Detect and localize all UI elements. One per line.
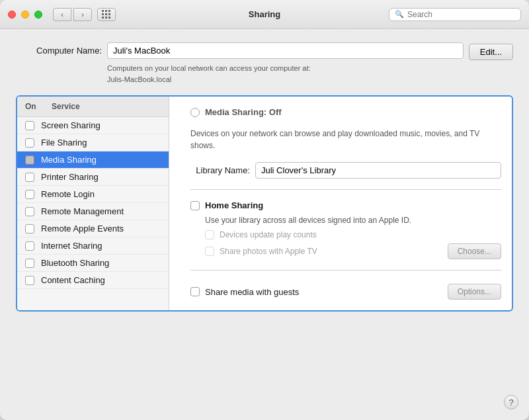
library-input[interactable] [255,162,501,179]
screen-sharing-label: Screen Sharing [41,120,101,130]
sidebar-header: On Service [17,97,169,117]
sidebar: On Service Screen Sharing File Sharing [17,97,169,310]
choose-button[interactable]: Choose... [448,243,501,259]
window: ‹ › Sharing 🔍 Computer Name: [0,0,529,420]
sidebar-item-remote-apple-events[interactable]: Remote Apple Events [17,220,169,237]
home-sharing-checkbox[interactable] [190,201,200,210]
sidebar-items: Screen Sharing File Sharing Media Sharin… [17,117,169,310]
right-panel: Media Sharing: Off Devices on your netwo… [180,97,512,310]
back-button[interactable]: ‹ [53,8,71,21]
divider-2 [190,270,501,271]
content-caching-label: Content Caching [41,275,105,285]
sidebar-item-internet-sharing[interactable]: Internet Sharing [17,237,169,255]
remote-management-checkbox[interactable] [25,207,34,216]
search-icon: 🔍 [395,10,404,19]
search-input[interactable] [407,10,515,19]
content-caching-checkbox[interactable] [25,276,34,285]
grid-view-button[interactable] [97,8,116,21]
sidebar-item-content-caching[interactable]: Content Caching [17,272,169,289]
minimize-button[interactable] [21,11,29,19]
network-info: Computers on your local network can acce… [107,63,464,85]
content-area: Computer Name: Computers on your local n… [0,29,529,325]
file-sharing-label: File Sharing [41,138,87,147]
home-sharing-desc: Use your library across all devices sign… [205,216,501,225]
sidebar-item-remote-login[interactable]: Remote Login [17,186,169,203]
share-photos-label: Share photos with Apple TV [220,247,317,256]
home-sharing-title-row: Home Sharing [190,200,501,210]
grid-icon [102,10,111,19]
media-sharing-radio[interactable] [190,108,200,117]
printer-sharing-label: Printer Sharing [41,172,99,182]
media-sharing-desc: Devices on your network can browse and p… [190,128,501,151]
computer-name-label: Computer Name: [36,42,102,56]
library-label: Library Name: [190,165,250,175]
computer-name-row: Computer Name: Computers on your local n… [16,42,513,85]
library-row: Library Name: [190,162,501,179]
nav-buttons: ‹ › [53,8,92,21]
traffic-lights [8,11,42,19]
sidebar-item-media-sharing[interactable]: Media Sharing [17,151,169,169]
media-sharing-title: Media Sharing: Off [205,107,282,117]
remote-apple-events-checkbox[interactable] [25,224,34,233]
screen-sharing-checkbox[interactable] [25,121,34,130]
share-media-row: Share media with guests Options... [190,284,501,300]
devices-update-checkbox[interactable] [205,230,214,239]
window-title: Sharing [249,9,280,19]
share-media-checkbox[interactable] [190,287,200,296]
search-bar[interactable]: 🔍 [389,8,521,21]
printer-sharing-checkbox[interactable] [25,173,34,182]
sidebar-item-printer-sharing[interactable]: Printer Sharing [17,169,169,186]
sidebar-item-file-sharing[interactable]: File Sharing [17,134,169,151]
share-media-label: Share media with guests [205,287,299,297]
edit-button[interactable]: Edit... [469,44,513,60]
titlebar: ‹ › Sharing 🔍 [0,0,529,29]
computer-name-input[interactable] [107,42,464,59]
home-sharing-section: Home Sharing Use your library across all… [190,200,501,259]
home-sharing-options: Devices update play counts Share photos … [205,230,501,259]
close-button[interactable] [8,11,16,19]
share-photos-checkbox[interactable] [205,247,214,256]
share-photos-row: Share photos with Apple TV Choose... [205,243,501,259]
media-sharing-label: Media Sharing [41,155,97,165]
remote-management-label: Remote Management [41,206,124,216]
home-sharing-title: Home Sharing [205,200,263,210]
sidebar-col-service: Service [52,102,80,111]
bluetooth-sharing-label: Bluetooth Sharing [41,258,109,268]
remote-login-label: Remote Login [41,189,95,199]
help-button[interactable]: ? [504,395,518,409]
sidebar-item-remote-management[interactable]: Remote Management [17,203,169,220]
media-sharing-checkbox[interactable] [25,155,34,165]
divider [190,189,501,190]
options-button[interactable]: Options... [448,284,501,300]
internet-sharing-checkbox[interactable] [25,241,34,251]
maximize-button[interactable] [34,11,42,19]
devices-update-label: Devices update play counts [220,230,317,239]
sidebar-item-screen-sharing[interactable]: Screen Sharing [17,117,169,134]
main-panel: On Service Screen Sharing File Sharing [16,95,513,312]
computer-name-section: Computers on your local network can acce… [107,42,464,85]
sidebar-item-bluetooth-sharing[interactable]: Bluetooth Sharing [17,255,169,272]
sidebar-col-on: On [25,102,41,111]
internet-sharing-label: Internet Sharing [41,241,102,251]
window-content: Computer Name: Computers on your local n… [0,29,529,420]
forward-button[interactable]: › [73,8,92,21]
remote-apple-events-label: Remote Apple Events [41,224,124,233]
bluetooth-sharing-checkbox[interactable] [25,259,34,268]
file-sharing-checkbox[interactable] [25,138,34,147]
devices-update-row: Devices update play counts [205,230,501,239]
remote-login-checkbox[interactable] [25,190,34,199]
media-sharing-title-row: Media Sharing: Off [190,107,501,117]
